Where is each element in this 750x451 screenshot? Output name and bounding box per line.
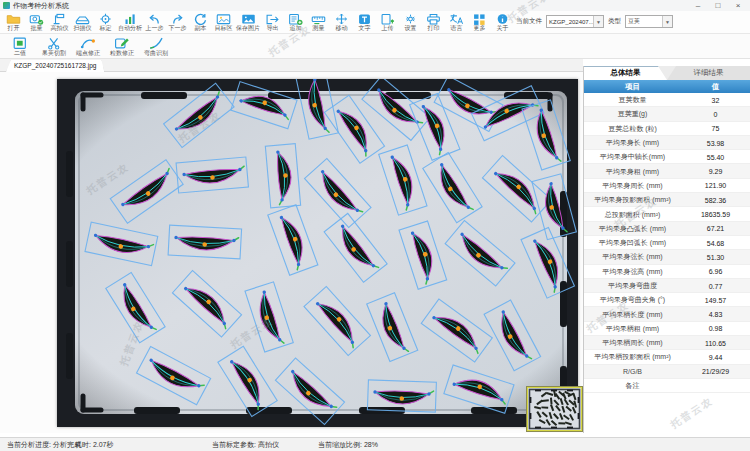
toolbar-button-label: 上一步 xyxy=(146,25,164,32)
current-file-dropdown[interactable]: KZGP_202407... ▼ xyxy=(546,15,604,28)
toolbar-button-count-fix[interactable]: 粒数修正 xyxy=(107,35,137,57)
table-row[interactable]: 平均果身凹弧长 (mm)54.68 xyxy=(584,236,750,250)
table-row[interactable]: 豆荚重(g)0 xyxy=(584,107,750,121)
toolbar-button-save-image[interactable]: 保存图片 xyxy=(235,11,261,32)
table-row[interactable]: 总投影面积 (mm²)18635.59 xyxy=(584,207,750,221)
tray-slot xyxy=(66,241,73,287)
specimen-photo[interactable] xyxy=(57,79,578,427)
results-tabs: 总体结果 详细结果 xyxy=(584,66,750,80)
table-row[interactable]: 平均果身投影面积 (mm²)582.36 xyxy=(584,193,750,207)
toolbar-button-text[interactable]: 文字 xyxy=(353,11,376,32)
upload-icon xyxy=(380,12,395,25)
maximize-button[interactable]: □ xyxy=(708,0,728,11)
row-value: 9.29 xyxy=(681,168,750,175)
table-row[interactable]: 平均果身弦高 (mm)6.96 xyxy=(584,265,750,279)
app-window: 作物考种分析系统 – □ × 打开批量高拍仪扫描仪标定自动分析上一步下一步副本目… xyxy=(0,0,750,451)
tray-slot xyxy=(66,151,73,197)
toolbar-button-more[interactable]: 更多 xyxy=(468,11,491,32)
table-row[interactable]: 平均果柄长度 (mm)4.83 xyxy=(584,307,750,321)
status-item: 当前分析进度: 分析完成 xyxy=(7,440,81,450)
tab-overall-results[interactable]: 总体结果 xyxy=(584,66,667,80)
toolbar-button-undo[interactable]: 上一步 xyxy=(143,11,166,32)
toolbar-button-open-folder[interactable]: 打开 xyxy=(2,11,25,32)
minimap-pod xyxy=(541,406,548,408)
type-label: 类型 xyxy=(608,17,621,26)
table-row[interactable]: 平均果柄粗 (mm)0.98 xyxy=(584,322,750,336)
minimize-button[interactable]: – xyxy=(688,0,708,11)
row-value: 53.98 xyxy=(681,140,750,147)
row-value: 51.30 xyxy=(681,254,750,261)
minimap-slot xyxy=(530,413,532,419)
toolbar-button-label: 导出 xyxy=(267,25,279,32)
results-table-body: 豆荚数量32豆荚重(g)0豆荚总粒数 (粒)75平均果身长 (mm)53.98平… xyxy=(584,93,750,393)
table-row[interactable]: R/G/B21/29/29 xyxy=(584,365,750,379)
toolbar-button-label: 副本 xyxy=(195,25,207,32)
toolbar-button-scanner[interactable]: 扫描仪 xyxy=(71,11,94,32)
save-image-icon xyxy=(241,12,256,25)
table-row[interactable]: 平均果身凸弧长 (mm)67.21 xyxy=(584,222,750,236)
row-label: 平均果身弦长 (mm) xyxy=(584,252,681,262)
type-dropdown[interactable]: 豆荚 ▼ xyxy=(625,15,673,28)
tab-detailed-results[interactable]: 详细结果 xyxy=(667,66,750,80)
toolbar-button-auto-analyze[interactable]: 自动分析 xyxy=(117,11,143,32)
tray-slot xyxy=(246,407,292,414)
row-label: 备注 xyxy=(584,381,681,391)
close-button[interactable]: × xyxy=(728,0,748,11)
toolbar-button-batch[interactable]: 批量 xyxy=(25,11,48,32)
minimap-slot xyxy=(535,427,541,429)
toolbar-button-label: 更多 xyxy=(474,25,486,32)
toolbar-button-move[interactable]: 移动 xyxy=(330,11,353,32)
toolbar-button-label: 自动分析 xyxy=(118,25,142,32)
table-row[interactable]: 平均果柄周长 (mm)110.65 xyxy=(584,336,750,350)
toolbar-button-target-region[interactable]: 目标区 xyxy=(212,11,235,32)
toolbar-button-label: 高拍仪 xyxy=(51,25,69,32)
toolbar-button-about[interactable]: 关于 xyxy=(491,11,514,32)
minimap-slot xyxy=(530,397,532,403)
print-icon xyxy=(426,12,441,25)
table-row[interactable]: 平均果身弯曲夹角 (°)149.57 xyxy=(584,293,750,307)
table-row[interactable]: 平均果身弦长 (mm)51.30 xyxy=(584,250,750,264)
toolbar-button-settings[interactable]: 设置 xyxy=(399,11,422,32)
table-row[interactable]: 平均果身周长 (mm)121.90 xyxy=(584,179,750,193)
toolbar-button-bend-detect[interactable]: 弯曲识别 xyxy=(141,35,171,57)
table-row[interactable]: 备注 xyxy=(584,379,750,393)
endpoint-fix-icon xyxy=(80,35,96,50)
row-value: 0.98 xyxy=(681,325,750,332)
tray-slot xyxy=(560,281,567,327)
row-value: 32 xyxy=(681,97,750,104)
toolbar-button-export[interactable]: 导出 xyxy=(261,11,284,32)
toolbar-button-label: 追加 xyxy=(290,25,302,32)
toolbar-button-measure[interactable]: 测量 xyxy=(307,11,330,32)
toolbar-button-label: 移动 xyxy=(336,25,348,32)
document-tab[interactable]: KZGP_20240725161728.jpg xyxy=(6,60,104,72)
toolbar-button-duplicate[interactable]: 副本 xyxy=(189,11,212,32)
table-row[interactable]: 平均果身粗 (mm)9.29 xyxy=(584,164,750,178)
toolbar-button-redo[interactable]: 下一步 xyxy=(166,11,189,32)
image-viewer xyxy=(0,72,583,433)
toolbar-button-label: 上传 xyxy=(382,25,394,32)
toolbar-button-binary[interactable]: 二值 xyxy=(5,35,35,57)
toolbar-button-pod-cut[interactable]: 果荚切割 xyxy=(39,35,69,57)
minimap[interactable] xyxy=(527,387,582,431)
toolbar-button-calibrate[interactable]: 标定 xyxy=(94,11,117,32)
duplicate-icon xyxy=(193,12,208,25)
toolbar-button-label: 端点修正 xyxy=(76,50,100,57)
chevron-down-icon: ▼ xyxy=(593,16,603,27)
tray-slot xyxy=(385,92,431,99)
toolbar-button-print[interactable]: 打印 xyxy=(422,11,445,32)
header-item: 项目 xyxy=(584,82,681,92)
table-row[interactable]: 平均果身中轴长(mm)55.40 xyxy=(584,150,750,164)
toolbar-button-doc-camera[interactable]: 高拍仪 xyxy=(48,11,71,32)
toolbar-button-label: 关于 xyxy=(497,25,509,32)
row-value: 18635.59 xyxy=(681,211,750,218)
row-label: 平均果身长 (mm) xyxy=(584,138,681,148)
toolbar-button-append[interactable]: 追加 xyxy=(284,11,307,32)
toolbar-button-upload[interactable]: 上传 xyxy=(376,11,399,32)
table-row[interactable]: 平均果柄投影面积 (mm²)9.44 xyxy=(584,350,750,364)
table-row[interactable]: 豆荚数量32 xyxy=(584,93,750,107)
table-row[interactable]: 平均果身长 (mm)53.98 xyxy=(584,136,750,150)
table-row[interactable]: 平均果身弯曲度0.77 xyxy=(584,279,750,293)
toolbar-button-endpoint-fix[interactable]: 端点修正 xyxy=(73,35,103,57)
table-row[interactable]: 豆荚总粒数 (粒)75 xyxy=(584,122,750,136)
toolbar-button-language[interactable]: 语言 xyxy=(445,11,468,32)
